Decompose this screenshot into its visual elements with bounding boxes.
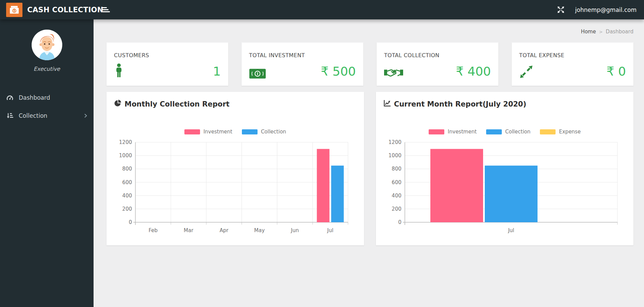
- breadcrumb-separator: >: [599, 29, 603, 34]
- male-icon: [114, 63, 124, 79]
- stat-card-total-investment: TOTAL INVESTMENT ₹ 500: [242, 43, 363, 86]
- expand-arrows-icon: [557, 6, 564, 13]
- stat-card-title: TOTAL INVESTMENT: [249, 52, 356, 59]
- stat-card-title: TOTAL EXPENSE: [519, 52, 626, 59]
- chart-title: Current Month Report(July 2020): [383, 99, 626, 109]
- handshake-icon: [384, 67, 403, 79]
- fullscreen-button[interactable]: [556, 5, 566, 15]
- sidebar-item-collection[interactable]: Collection: [0, 107, 94, 125]
- sidebar-toggle-button[interactable]: [100, 5, 112, 14]
- breadcrumb: Home > Dashboard: [94, 19, 644, 35]
- pie-chart-icon: [114, 99, 121, 109]
- y-axis-tick-label: 200: [392, 206, 401, 212]
- sidebar-item-dashboard[interactable]: Dashboard: [0, 88, 94, 107]
- breadcrumb-home-link[interactable]: Home: [581, 29, 596, 35]
- line-chart-icon: [383, 99, 391, 109]
- bar-collection-jul: [485, 166, 538, 222]
- y-axis-tick-label: 800: [122, 166, 132, 172]
- charts-row: Monthly Collection Report InvestmentColl…: [106, 92, 633, 245]
- legend-swatch: [540, 129, 556, 134]
- avatar: [32, 30, 62, 60]
- monthly-collection-chart: 020040060080010001200FebMarAprMayJunJul: [114, 138, 357, 238]
- hamburger-icon: [102, 7, 107, 8]
- bar-collection-jul: [331, 166, 344, 222]
- y-axis-tick-label: 800: [392, 166, 401, 172]
- y-axis-tick-label: 1200: [119, 139, 132, 145]
- sidebar: Executive Dashboard: [0, 19, 94, 307]
- y-axis-tick-label: 200: [122, 206, 132, 212]
- x-axis-tick-label: Feb: [149, 227, 158, 233]
- y-axis-tick-label: 600: [122, 179, 132, 185]
- legend-label: Expense: [559, 129, 581, 135]
- chevron-right-icon: [84, 113, 87, 118]
- legend-item-expense[interactable]: Expense: [540, 129, 581, 135]
- svg-text:$: $: [13, 9, 15, 12]
- x-axis-tick-label: Jul: [327, 227, 333, 233]
- monthly-collection-report-card: Monthly Collection Report InvestmentColl…: [106, 92, 364, 245]
- brand-title: CASH COLLECTION: [27, 6, 103, 14]
- brand[interactable]: $ CASH COLLECTION: [0, 0, 94, 19]
- main-content: Home > Dashboard CUSTOMERS 1 TOTAL INVES…: [94, 19, 644, 307]
- stat-card-value: ₹ 500: [321, 65, 356, 78]
- legend-swatch: [429, 129, 444, 134]
- x-axis-tick-label: Jun: [291, 227, 299, 233]
- stat-card-value: 1: [213, 65, 221, 78]
- stat-card-title: CUSTOMERS: [114, 52, 221, 59]
- stat-cards-row: CUSTOMERS 1 TOTAL INVESTMENT: [106, 43, 633, 86]
- y-axis-tick-label: 400: [122, 193, 132, 199]
- x-axis-tick-label: May: [254, 227, 265, 233]
- legend-swatch: [184, 129, 200, 134]
- y-axis-tick-label: 0: [129, 219, 132, 225]
- y-axis-tick-label: 1200: [389, 139, 401, 145]
- chart-legend: InvestmentCollectionExpense: [383, 128, 626, 135]
- current-month-report-card: Current Month Report(July 2020) Investme…: [376, 92, 633, 245]
- diagonal-arrows-icon: [519, 65, 533, 79]
- legend-swatch: [242, 129, 258, 134]
- legend-item-collection[interactable]: Collection: [486, 129, 530, 135]
- legend-item-investment[interactable]: Investment: [184, 129, 232, 135]
- y-axis-tick-label: 1000: [119, 152, 132, 159]
- y-axis-tick-label: 0: [398, 219, 401, 225]
- sidebar-item-label: Dashboard: [19, 94, 50, 101]
- y-axis-tick-label: 1000: [389, 152, 401, 159]
- chart-legend: InvestmentCollection: [114, 128, 357, 135]
- stat-card-customers: CUSTOMERS 1: [106, 43, 228, 86]
- stat-card-value: ₹ 400: [456, 65, 491, 78]
- legend-label: Collection: [505, 129, 530, 135]
- bar-investment-jul: [317, 149, 329, 222]
- x-axis-tick-label: Apr: [219, 227, 229, 233]
- legend-label: Collection: [261, 129, 286, 135]
- current-month-chart: 020040060080010001200Jul: [383, 138, 626, 238]
- cash-logo-icon: $: [6, 3, 22, 17]
- stat-card-title: TOTAL COLLECTION: [384, 52, 491, 59]
- dashboard-gauge-icon: [6, 95, 14, 100]
- y-axis-tick-label: 400: [392, 193, 401, 199]
- stat-card-total-expense: TOTAL EXPENSE ₹ 0: [512, 43, 633, 86]
- chart-title: Monthly Collection Report: [114, 99, 357, 109]
- x-axis-tick-label: Jul: [508, 227, 514, 233]
- user-email[interactable]: johnemp@gmail.com: [575, 6, 637, 13]
- money-bill-icon: [249, 68, 266, 79]
- y-axis-tick-label: 600: [392, 179, 401, 185]
- x-axis-tick-label: Mar: [184, 227, 194, 233]
- legend-item-investment[interactable]: Investment: [429, 129, 477, 135]
- bar-investment-jul: [430, 149, 483, 222]
- topbar-right: johnemp@gmail.com: [556, 5, 644, 15]
- sort-amount-icon: [6, 113, 14, 119]
- user-role: Executive: [0, 66, 94, 72]
- stat-card-total-collection: TOTAL COLLECTION ₹ 400: [377, 43, 498, 86]
- sidebar-item-label: Collection: [19, 112, 47, 119]
- sidebar-nav: Dashboard Collection: [0, 88, 94, 125]
- topbar: $ CASH COLLECTION: [0, 0, 644, 19]
- legend-swatch: [486, 129, 502, 134]
- legend-label: Investment: [448, 129, 477, 135]
- breadcrumb-current: Dashboard: [606, 29, 633, 35]
- legend-item-collection[interactable]: Collection: [242, 129, 286, 135]
- legend-label: Investment: [203, 129, 232, 135]
- stat-card-value: ₹ 0: [607, 65, 626, 78]
